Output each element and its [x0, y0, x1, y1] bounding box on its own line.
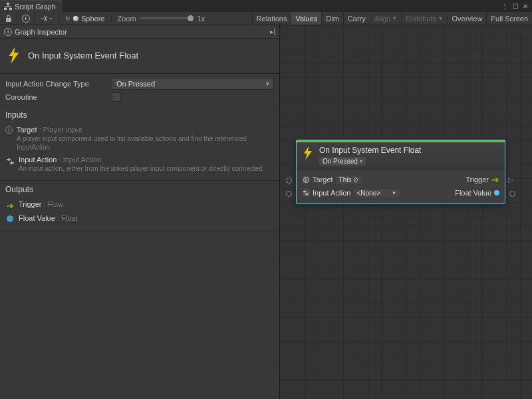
tab-carry[interactable]: Carry — [343, 12, 370, 25]
chevron-down-icon: ▼ — [392, 15, 397, 21]
port-label: Float Value — [455, 189, 491, 197]
port-type: Input Action — [63, 156, 102, 164]
tab-dim[interactable]: Dim — [321, 12, 343, 25]
tab-script-graph[interactable]: Script Graph — [0, 0, 63, 12]
prop-label: Coroutine — [5, 93, 112, 101]
port-label: Trigger — [466, 176, 489, 184]
port-name: Target — [17, 126, 37, 134]
main: i Graph Inspector ▸| On Input System Eve… — [0, 25, 532, 399]
tab-bar: Script Graph ⋮ ☐ ✕ — [0, 0, 532, 12]
target-port-icon: i — [302, 176, 310, 184]
port-type: Flow — [48, 200, 63, 208]
svg-rect-1 — [4, 8, 7, 10]
svg-rect-3 — [6, 18, 11, 22]
port-label: Target — [313, 176, 333, 184]
info-icon: i — [4, 28, 12, 36]
zoom-value: 1x — [198, 15, 205, 23]
input-port-target: i Target : Player Input A player input c… — [5, 124, 274, 154]
prop-label: Input Action Change Type — [5, 80, 112, 88]
input-action-icon — [5, 156, 15, 166]
graph-canvas[interactable]: On Input System Event Float On Pressed i… — [280, 25, 532, 399]
variables-icon — [41, 15, 52, 22]
output-port-trigger: ➔ Trigger : Flow — [5, 198, 274, 212]
variables-button[interactable] — [35, 13, 59, 25]
port-desc: A player input component used to list av… — [17, 134, 274, 152]
divider — [0, 231, 279, 231]
output-port-float-value: Float Value : Float — [5, 212, 274, 225]
port-type: Float — [61, 214, 77, 222]
inspector-header: i Graph Inspector ▸| — [0, 25, 279, 39]
tab-label: Script Graph — [15, 3, 56, 11]
target-icon: i — [5, 126, 13, 134]
coroutine-checkbox[interactable] — [112, 92, 121, 102]
target-field[interactable]: This⊙ — [336, 176, 362, 184]
graph-inspector: i Graph Inspector ▸| On Input System Eve… — [0, 25, 280, 399]
chevron-down-icon: ▼ — [392, 190, 397, 196]
target-picker-icon: ⊙ — [353, 176, 358, 183]
maximize-icon[interactable]: ☐ — [513, 3, 519, 10]
toolbar: i ↻ Sphere Zoom 1x Relations Values Dim … — [0, 12, 532, 25]
inspector-title: Graph Inspector — [15, 28, 67, 36]
lock-icon — [5, 15, 12, 22]
node-header: On Input System Event Float — [0, 39, 279, 73]
node-title: On Input System Event Float — [319, 146, 499, 155]
svg-rect-0 — [7, 3, 9, 5]
section-title: Outputs — [5, 185, 274, 194]
value-port-icon — [7, 215, 13, 222]
context-label: Sphere — [81, 15, 104, 23]
port-desc: An input action, either from the linked … — [19, 164, 274, 173]
input-port-handle[interactable] — [286, 178, 292, 184]
input-action-field[interactable]: <None>▼ — [354, 189, 400, 198]
port-name: Float Value — [19, 214, 55, 222]
collapse-button[interactable]: ▸| — [270, 28, 275, 35]
svg-rect-2 — [9, 8, 12, 10]
change-type-dropdown[interactable]: On Pressed — [112, 78, 274, 90]
tab-distribute[interactable]: Distribute▼ — [401, 12, 447, 25]
tab-fullscreen[interactable]: Full Screen — [486, 12, 532, 25]
output-flow-handle[interactable]: ▷ — [508, 176, 513, 184]
window-controls: ⋮ ☐ ✕ — [501, 0, 532, 12]
port-name: Trigger — [19, 200, 41, 208]
zoom-control: Zoom 1x — [112, 15, 210, 23]
sphere-icon — [73, 16, 78, 21]
port-name: Input Action — [19, 156, 57, 164]
flow-arrow-icon: ➔ — [5, 201, 15, 210]
section-title: Inputs — [5, 110, 274, 120]
input-action-port-icon — [302, 189, 310, 197]
slider-knob[interactable] — [188, 15, 194, 21]
value-port-icon — [494, 190, 499, 196]
close-icon[interactable]: ✕ — [523, 3, 528, 10]
graph-tab-icon — [4, 3, 12, 11]
node-mode-tag[interactable]: On Pressed — [319, 157, 366, 166]
bolt-icon — [7, 47, 21, 64]
info-button[interactable]: i — [17, 13, 35, 25]
toolbar-right: Relations Values Dim Carry Align▼ Distri… — [252, 12, 532, 25]
tab-relations[interactable]: Relations — [252, 12, 291, 25]
info-icon: i — [22, 15, 30, 23]
refresh-icon: ↻ — [65, 15, 70, 22]
input-port-handle[interactable] — [286, 191, 292, 197]
prop-coroutine: Coroutine — [0, 91, 279, 103]
prop-change-type: Input Action Change Type On Pressed — [0, 76, 279, 91]
node-title-text: On Input System Event Float — [28, 51, 138, 61]
tab-overview[interactable]: Overview — [448, 12, 487, 25]
node-body: i Target This⊙ Trigger ➔ Input Action — [297, 170, 505, 203]
zoom-label: Zoom — [117, 15, 136, 23]
input-port-input-action: Input Action : Input Action An input act… — [5, 154, 274, 175]
inputs-section: Inputs i Target : Player Input A player … — [0, 106, 279, 180]
chevron-down-icon: ▼ — [438, 15, 444, 21]
menu-icon[interactable]: ⋮ — [501, 3, 509, 10]
zoom-slider[interactable] — [140, 17, 194, 19]
port-type: Player Input — [43, 126, 82, 134]
bolt-icon — [302, 146, 314, 160]
flow-arrow-icon: ➔ — [491, 174, 499, 185]
output-port-handle[interactable] — [509, 191, 515, 197]
graph-node[interactable]: On Input System Event Float On Pressed i… — [296, 140, 505, 204]
tab-align[interactable]: Align▼ — [370, 12, 401, 25]
port-label: Input Action — [313, 189, 351, 197]
node-header[interactable]: On Input System Event Float On Pressed — [297, 140, 505, 170]
lock-button[interactable] — [0, 13, 17, 25]
tab-values[interactable]: Values — [291, 12, 321, 25]
outputs-section: Outputs ➔ Trigger : Flow Float Value : F… — [0, 181, 279, 231]
context-selector[interactable]: ↻ Sphere — [59, 15, 112, 23]
